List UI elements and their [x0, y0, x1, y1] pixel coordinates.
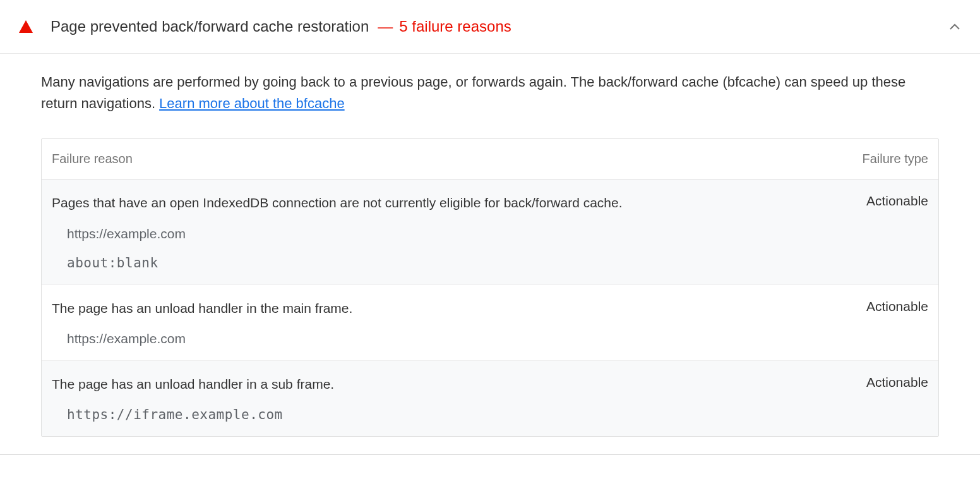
failure-url: about:blank — [67, 255, 928, 271]
row-main: The page has an unload handler in a sub … — [52, 375, 928, 393]
audit-content: Many navigations are performed by going … — [0, 54, 980, 437]
failure-url-list: https://example.com — [52, 331, 928, 346]
table-header-row: Failure reason Failure type — [42, 139, 938, 180]
column-header-reason: Failure reason — [52, 152, 133, 166]
audit-dash: — — [378, 18, 393, 35]
failure-url-list: https://example.comabout:blank — [52, 226, 928, 271]
failure-table: Failure reason Failure type Pages that h… — [41, 138, 939, 437]
row-main: The page has an unload handler in the ma… — [52, 299, 928, 317]
failure-type-text: Actionable — [866, 193, 928, 209]
failure-type-text: Actionable — [866, 299, 928, 314]
failure-url-list: https://iframe.example.com — [52, 407, 928, 422]
table-row: Pages that have an open IndexedDB connec… — [42, 180, 938, 284]
warning-triangle-icon — [19, 20, 33, 33]
audit-description: Many navigations are performed by going … — [41, 71, 939, 114]
section-divider — [0, 454, 980, 455]
table-row: The page has an unload handler in a sub … — [42, 361, 938, 436]
audit-failure-count: 5 failure reasons — [399, 18, 511, 35]
audit-title: Page prevented back/forward cache restor… — [51, 18, 369, 35]
failure-reason-text: Pages that have an open IndexedDB connec… — [52, 193, 854, 212]
table-row: The page has an unload handler in the ma… — [42, 285, 938, 361]
failure-type-text: Actionable — [866, 375, 928, 390]
chevron-up-icon[interactable] — [948, 20, 961, 33]
failure-url: https://example.com — [67, 226, 928, 241]
learn-more-link[interactable]: Learn more about the bfcache — [159, 95, 345, 111]
failure-url: https://example.com — [67, 331, 928, 346]
audit-header[interactable]: Page prevented back/forward cache restor… — [0, 0, 980, 54]
row-main: Pages that have an open IndexedDB connec… — [52, 193, 928, 212]
column-header-type: Failure type — [863, 152, 929, 166]
failure-reason-text: The page has an unload handler in the ma… — [52, 299, 854, 317]
failure-url: https://iframe.example.com — [67, 407, 928, 422]
failure-reason-text: The page has an unload handler in a sub … — [52, 375, 854, 393]
